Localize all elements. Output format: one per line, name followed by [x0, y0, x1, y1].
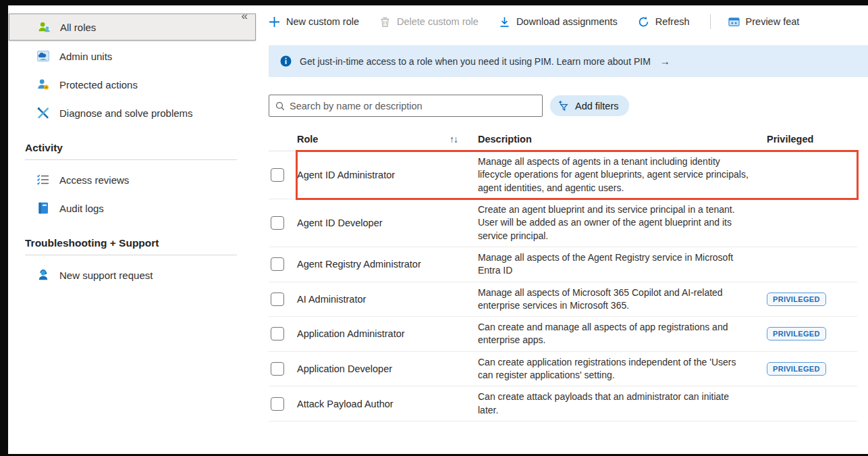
privileged-cell: PRIVILEGED [767, 293, 857, 306]
role-name-cell[interactable]: Agent ID Administrator [297, 170, 478, 180]
row-checkbox[interactable] [271, 216, 284, 230]
sidebar-section-troubleshooting-support: Troubleshooting + Support [8, 222, 261, 255]
role-description-cell: Manage all aspects of the Agent Registry… [478, 251, 767, 278]
new-custom-role-button[interactable]: New custom role [269, 16, 359, 28]
sidebar-nav: All rolesAdmin unitsProtected actionsDia… [8, 14, 261, 289]
pim-banner-text: Get just-in-time access to a role when y… [300, 56, 651, 67]
column-header-privileged[interactable]: Privileged [767, 134, 857, 145]
table-row: Agent Registry AdministratorManage all a… [269, 247, 857, 282]
sidebar-item-audit-logs[interactable]: Audit logs [8, 194, 261, 222]
sidebar-item-label: Admin units [59, 51, 112, 62]
download-assignments-button[interactable]: Download assignments [499, 16, 618, 28]
role-name-cell[interactable]: Attack Payload Author [297, 399, 478, 409]
row-checkbox-cell [269, 151, 297, 199]
role-name-cell[interactable]: Agent ID Developer [297, 218, 478, 228]
table-header: Role ↑↓ Description Privileged [269, 128, 857, 151]
search-input[interactable] [290, 101, 536, 111]
preview-features-button[interactable]: Preview feat [728, 16, 800, 28]
sort-icon[interactable]: ↑↓ [450, 134, 478, 145]
sidebar-item-label: Audit logs [59, 203, 104, 214]
refresh-label: Refresh [655, 16, 690, 27]
search-box [269, 95, 543, 117]
row-checkbox-cell [269, 247, 297, 282]
access-reviews-icon [36, 173, 50, 186]
privileged-badge: PRIVILEGED [767, 293, 826, 306]
sidebar-item-all-roles[interactable]: All roles [9, 14, 256, 41]
audit-logs-icon [36, 201, 50, 215]
main-content: New custom role Delete custom role Downl… [261, 5, 868, 454]
role-name-cell[interactable]: Application Developer [297, 363, 478, 374]
sidebar-item-label: Diagnose and solve problems [59, 107, 193, 119]
privileged-badge: PRIVILEGED [767, 327, 826, 340]
row-checkbox[interactable] [271, 293, 284, 306]
role-header-label: Role [297, 134, 318, 145]
sidebar-item-admin-units[interactable]: Admin units [8, 42, 261, 70]
row-checkbox[interactable] [271, 257, 284, 271]
delete-custom-role-label: Delete custom role [397, 16, 479, 27]
new-custom-role-label: New custom role [286, 16, 359, 27]
highlight-box: Agent ID AdministratorManage all aspects… [297, 151, 857, 199]
row-checkbox[interactable] [271, 168, 284, 182]
row-checkbox[interactable] [271, 327, 284, 340]
toolbar: New custom role Delete custom role Downl… [269, 7, 868, 36]
privileged-badge: PRIVILEGED [767, 362, 826, 376]
column-header-description[interactable]: Description [478, 134, 767, 145]
sidebar-item-access-reviews[interactable]: Access reviews [8, 166, 261, 194]
row-checkbox[interactable] [271, 397, 284, 411]
sidebar: « All rolesAdmin unitsProtected actionsD… [8, 5, 261, 454]
column-header-role[interactable]: Role [297, 134, 450, 145]
download-assignments-label: Download assignments [516, 16, 618, 27]
download-icon [499, 16, 510, 28]
sidebar-item-label: All roles [60, 22, 96, 33]
role-description-cell: Manage all aspects of agents in a tenant… [478, 155, 767, 195]
sidebar-item-label: New support request [59, 270, 153, 281]
sidebar-section-activity: Activity [8, 127, 261, 159]
row-checkbox-cell [269, 386, 297, 421]
sidebar-item-diagnose-and-solve-problems[interactable]: Diagnose and solve problems [8, 99, 261, 127]
sidebar-item-protected-actions[interactable]: Protected actions [8, 70, 261, 99]
row-checkbox-cell [269, 317, 297, 351]
search-icon [275, 101, 285, 111]
add-filters-button[interactable]: Add filters [550, 95, 629, 116]
privileged-header-label: Privileged [767, 134, 813, 145]
table-row: Agent ID DeveloperCreate an agent bluepr… [269, 199, 857, 247]
trash-icon [379, 16, 391, 28]
row-checkbox-cell [269, 282, 297, 317]
row-content: Agent Registry AdministratorManage all a… [297, 247, 857, 282]
role-name-cell[interactable]: Agent Registry Administrator [297, 259, 478, 270]
table-row: AI AdministratorManage all aspects of Mi… [269, 282, 857, 318]
role-name-cell[interactable]: Application Administrator [297, 328, 478, 339]
pim-info-banner: Get just-in-time access to a role when y… [269, 45, 868, 77]
privileged-cell: PRIVILEGED [767, 362, 857, 376]
table-row: Agent ID AdministratorManage all aspects… [269, 151, 857, 199]
row-checkbox-cell [269, 352, 297, 386]
sidebar-collapse-icon[interactable]: « [242, 9, 246, 23]
row-content: AI AdministratorManage all aspects of Mi… [297, 282, 857, 317]
role-description-cell: Create an agent blueprint and its servic… [478, 203, 767, 243]
protected-actions-icon [36, 78, 50, 91]
section-divider [25, 159, 237, 160]
pim-learn-more-arrow[interactable]: → [660, 55, 670, 67]
description-header-label: Description [478, 134, 532, 145]
roles-table: Role ↑↓ Description Privileged Agent ID … [269, 128, 868, 422]
role-description-cell: Manage all aspects of Microsoft 365 Copi… [478, 286, 767, 313]
row-content: Application AdministratorCan create and … [297, 317, 857, 351]
delete-custom-role-button[interactable]: Delete custom role [379, 16, 479, 28]
row-checkbox-cell [269, 199, 297, 247]
refresh-button[interactable]: Refresh [638, 16, 690, 28]
row-content: Attack Payload AuthorCan create attack p… [297, 386, 857, 421]
role-name-cell[interactable]: AI Administrator [297, 294, 478, 305]
table-row: Attack Payload AuthorCan create attack p… [269, 386, 857, 422]
roles-icon [37, 20, 51, 34]
preview-features-label: Preview feat [746, 16, 800, 27]
row-content: Agent ID DeveloperCreate an agent bluepr… [297, 199, 857, 247]
section-divider [25, 255, 237, 255]
add-filter-icon [558, 100, 570, 111]
role-description-cell: Can create application registrations ind… [478, 356, 767, 382]
info-icon [280, 55, 292, 67]
row-checkbox[interactable] [271, 362, 284, 376]
sidebar-item-label: Access reviews [59, 174, 129, 186]
sidebar-item-new-support-request[interactable]: New support request [8, 261, 261, 289]
toolbar-separator [710, 14, 711, 29]
preview-features-icon [728, 16, 740, 28]
